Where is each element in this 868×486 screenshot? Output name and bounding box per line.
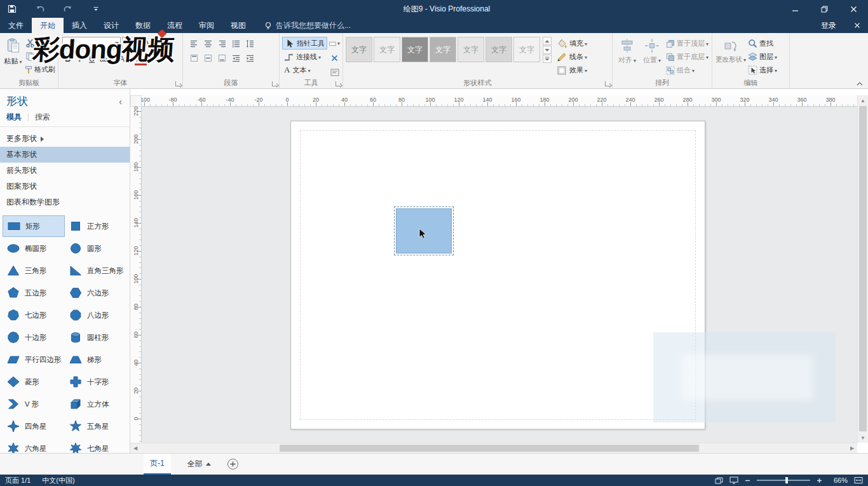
drawing-canvas[interactable]: [142, 107, 857, 443]
draw-shape-tool-button[interactable]: [329, 38, 341, 50]
shape-item-ellipse[interactable]: 椭圆形: [3, 238, 65, 259]
stencil-item[interactable]: 箭头形状: [0, 163, 130, 179]
line-button[interactable]: 线条: [557, 51, 587, 63]
tab-view[interactable]: 视图: [222, 18, 254, 33]
close-button[interactable]: [839, 0, 868, 18]
zoom-slider[interactable]: [757, 480, 810, 481]
scroll-right-icon[interactable]: ▶: [847, 443, 857, 453]
increase-indent-button[interactable]: [244, 52, 256, 64]
drawing-page[interactable]: [290, 121, 705, 429]
shape-style-tile-6[interactable]: 文字: [485, 37, 512, 62]
fill-button[interactable]: 填充: [557, 37, 587, 50]
align-bottom-button[interactable]: [216, 52, 228, 64]
align-middle-button[interactable]: [202, 52, 214, 64]
new-page-button[interactable]: [227, 459, 238, 469]
shape-item-trapezoid[interactable]: 梯形: [65, 349, 127, 370]
tab-data[interactable]: 数据: [127, 18, 159, 33]
shape-item-rect[interactable]: 矩形: [3, 215, 65, 237]
align-left-button[interactable]: [188, 37, 200, 50]
shape-item-cylinder[interactable]: 圆柱形: [65, 327, 127, 348]
decrease-indent-button[interactable]: [230, 52, 242, 64]
signin-link[interactable]: 登录: [811, 18, 846, 33]
shape-item-decagon[interactable]: 十边形: [3, 327, 65, 348]
redo-icon[interactable]: [62, 3, 74, 15]
shape-item-square[interactable]: 正方形: [65, 215, 127, 237]
tab-home[interactable]: 开始: [32, 18, 64, 33]
gallery-more-icon[interactable]: [543, 55, 552, 63]
fullscreen-icon[interactable]: [729, 476, 738, 484]
shape-item-cube[interactable]: 立方体: [65, 393, 127, 415]
shape-item-octagon[interactable]: 八边形: [65, 304, 127, 326]
restore-button[interactable]: [810, 0, 839, 18]
scroll-up-icon[interactable]: ▲: [858, 95, 868, 105]
more-shapes-item[interactable]: 更多形状: [0, 131, 130, 147]
tab-review[interactable]: 审阅: [191, 18, 222, 33]
shape-item-chevron[interactable]: V 形: [3, 393, 65, 415]
gallery-down-icon[interactable]: [543, 46, 552, 54]
paragraph-dialog-launcher[interactable]: [272, 81, 277, 86]
connector-tool-button[interactable]: 连接线: [282, 50, 327, 63]
align-button[interactable]: 对齐: [615, 35, 639, 78]
shape-style-tile-7[interactable]: 文字: [513, 37, 540, 62]
shape-item-star7[interactable]: 七角星: [65, 438, 127, 453]
shape-item-star4[interactable]: 四角星: [3, 415, 65, 437]
zoom-out-icon[interactable]: [745, 478, 750, 483]
tab-insert[interactable]: 插入: [64, 18, 95, 33]
shape-item-heptagon[interactable]: 七边形: [3, 304, 65, 326]
effects-button[interactable]: 效果: [557, 64, 587, 76]
shape-item-hexagon[interactable]: 六边形: [65, 282, 127, 304]
scroll-down-icon[interactable]: ▼: [858, 433, 868, 443]
shape-style-tile-1[interactable]: 文字: [346, 37, 372, 62]
pointer-tool-button[interactable]: 指针工具: [282, 37, 327, 50]
stencil-item[interactable]: 图案形状: [0, 179, 130, 194]
shape-item-circle[interactable]: 圆形: [65, 238, 127, 259]
tab-file[interactable]: 文件: [0, 18, 32, 33]
tellme-box[interactable]: 告诉我您想要做什么...: [257, 18, 358, 33]
align-right-button[interactable]: [216, 37, 228, 50]
page-tab[interactable]: 页-1: [144, 454, 171, 475]
horizontal-scrollbar[interactable]: ◀ ▶: [130, 443, 857, 453]
minimize-button[interactable]: [780, 0, 810, 18]
layers-button[interactable]: 图层: [748, 51, 777, 63]
shape-style-tile-2[interactable]: 文字: [374, 37, 400, 62]
stencil-item[interactable]: 基本形状: [0, 147, 130, 163]
vertical-scroll-thumb[interactable]: [859, 106, 867, 431]
shape-item-star6[interactable]: 六角星: [3, 438, 65, 453]
shape-style-tile-3[interactable]: 文字: [402, 37, 428, 62]
align-top-button[interactable]: [188, 52, 200, 64]
change-shape-button[interactable]: 更改形状: [715, 35, 747, 78]
save-icon[interactable]: [6, 3, 18, 15]
text-block-tool-button[interactable]: [329, 67, 341, 78]
collapse-ribbon-icon[interactable]: [857, 82, 863, 86]
stencils-tab[interactable]: 模具: [6, 112, 22, 123]
search-tab[interactable]: 搜索: [35, 112, 50, 123]
shape-item-parallelogram[interactable]: 平行四边形: [3, 349, 65, 370]
horizontal-scroll-thumb[interactable]: [280, 445, 699, 452]
zoom-in-icon[interactable]: [817, 478, 822, 483]
shape-item-cross[interactable]: 十字形: [65, 371, 127, 393]
show-all-pages-button[interactable]: 全部: [187, 459, 211, 469]
select-button[interactable]: 选择: [748, 64, 777, 76]
text-tool-button[interactable]: A 文本: [282, 64, 327, 76]
position-button[interactable]: 位置: [640, 35, 664, 78]
bring-to-front-button[interactable]: 置于顶层: [666, 37, 709, 50]
collapse-panel-icon[interactable]: ‹: [119, 97, 122, 107]
find-button[interactable]: 查找: [748, 37, 777, 50]
send-to-back-button[interactable]: 置于底层: [666, 51, 709, 63]
connection-point-tool-button[interactable]: [329, 52, 341, 64]
shape-style-tile-4[interactable]: 文字: [430, 37, 456, 62]
language-indicator[interactable]: 中文(中国): [42, 476, 74, 485]
undo-icon[interactable]: [34, 3, 46, 15]
shape-style-tile-5[interactable]: 文字: [458, 37, 484, 62]
scroll-left-icon[interactable]: ◀: [130, 443, 140, 453]
zoom-level[interactable]: 66%: [829, 476, 848, 484]
shape-styles-dialog-launcher[interactable]: [605, 81, 610, 86]
window-switch-icon[interactable]: [715, 477, 723, 484]
shape-item-pentagon[interactable]: 五边形: [3, 282, 65, 304]
tab-design[interactable]: 设计: [95, 18, 127, 33]
ribbon-close-icon[interactable]: [846, 18, 868, 33]
bullet-list-button[interactable]: [230, 37, 242, 50]
shape-item-right-triangle[interactable]: 直角三角形: [65, 260, 127, 281]
font-dialog-launcher[interactable]: [175, 81, 180, 86]
fit-page-icon[interactable]: [854, 476, 863, 484]
